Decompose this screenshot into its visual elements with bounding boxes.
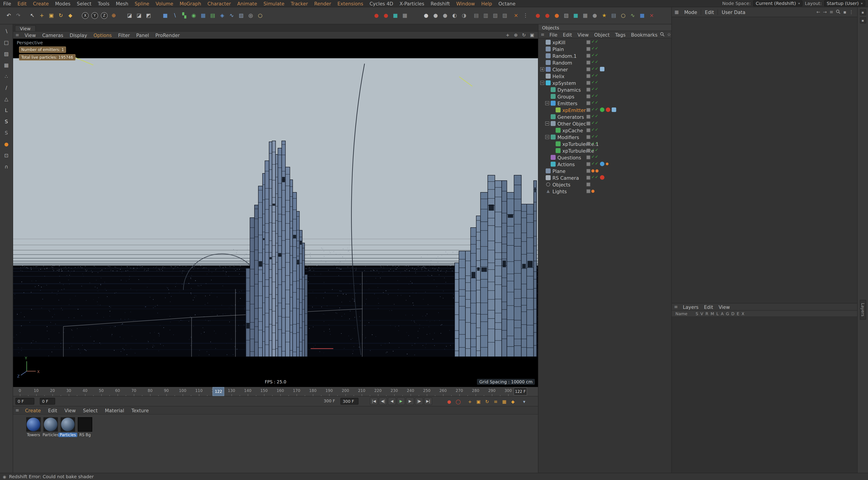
visibility-dot-icon[interactable] [595,169,598,172]
layer-chip[interactable] [586,88,590,92]
object-row-xpturbulence[interactable]: xpTurbulence✓✓ [538,147,671,154]
timeline-ruler[interactable]: 0102030405060708090100110120130140150160… [13,387,538,397]
octane-icon[interactable]: ■ [391,11,400,20]
object-tag-icon[interactable] [612,107,616,112]
object-tag-icon[interactable] [606,163,609,165]
object-tag-icon[interactable] [606,107,610,112]
lock-y-axis-icon[interactable]: Y [91,12,98,19]
record-pla-button[interactable]: ▦ [500,398,508,405]
panel-menu-icon[interactable]: ≡ [13,408,22,413]
add-cube-icon[interactable]: ■ [161,11,169,20]
viewport-camera-label[interactable]: Perspective [17,40,43,45]
back-icon[interactable]: ← [816,9,820,14]
lock-x-axis-icon[interactable]: X [82,12,89,19]
start-frame-field[interactable]: 0 F [16,398,34,405]
enabled-check-icon[interactable]: ✓ [595,175,598,179]
layout-select[interactable]: Startup (User) ▾ [824,0,865,6]
interactive-render-icon[interactable]: ● [381,11,390,20]
menu-simulate[interactable]: Simulate [260,1,287,6]
scale-tool-icon[interactable]: ▣ [47,11,56,20]
object-row-xpcache[interactable]: xpCache✓✓ [538,127,671,134]
enabled-check-icon[interactable]: ✓ [591,73,595,78]
snap-toggle-icon[interactable]: ⊡ [1,150,11,160]
enabled-check-icon[interactable]: ✓ [591,46,595,50]
close-icon[interactable]: × [512,11,520,20]
panel-menu-icon[interactable]: ≡ [538,32,547,37]
objects-menu-view[interactable]: View [575,32,592,37]
viewport-canvas[interactable]: YXZ Perspective Number of emitters: 1Tot… [13,39,538,387]
object-row-groups[interactable]: Groups✓✓ [538,93,671,100]
record-position-button[interactable]: + [466,398,474,405]
camera-icon[interactable]: ◎ [246,11,255,20]
shading-quick-icon[interactable]: ● [431,11,440,20]
objects-menu-file[interactable]: File [547,32,560,37]
node-space-select[interactable]: Current (Redshift) ▾ [753,0,802,6]
menu-mograph[interactable]: MoGraph [176,1,204,6]
plane-icon[interactable]: ▤ [610,11,618,20]
layer-chip[interactable] [586,47,590,51]
go-to-start-button[interactable]: |◀ [370,398,378,405]
enabled-check-icon[interactable]: ✓ [595,60,598,64]
expander-icon[interactable]: − [545,101,549,105]
menu-create[interactable]: Create [30,1,52,6]
deformer-icon[interactable]: ◈ [218,11,226,20]
curve-icon[interactable]: ∿ [628,11,637,20]
menu-x-particles[interactable]: X-Particles [396,1,427,6]
object-row-plain[interactable]: Plain✓✓ [538,45,671,53]
enabled-check-icon[interactable]: ✓ [595,127,598,132]
hud-line[interactable]: Total live particles: 195746 [19,54,75,61]
enabled-check-icon[interactable]: ✓ [591,66,595,71]
polygons-mode-icon[interactable]: △ [1,94,11,104]
previous-frame-button[interactable]: ◀ [388,398,396,405]
zoom-view-icon[interactable]: ⊕ [513,33,519,37]
layer-chip[interactable] [586,155,590,160]
object-tag-icon[interactable] [600,67,604,71]
menu-animate[interactable]: Animate [234,1,260,6]
record-rotation-button[interactable]: ↻ [483,398,491,405]
edges-mode-icon[interactable]: ∕ [1,82,11,93]
filter-display-icon[interactable]: ▤ [472,11,480,20]
filter-options-icon[interactable]: ▥ [482,11,490,20]
enabled-check-icon[interactable]: ✓ [595,121,598,125]
points-mode-icon[interactable]: ∴ [1,71,11,81]
enabled-check-icon[interactable]: ✓ [591,94,595,98]
menu-select[interactable]: Select [74,1,95,6]
material-menu-texture[interactable]: Texture [128,408,152,413]
material-particles[interactable]: Particles [60,417,75,437]
panel-menu-icon[interactable]: ≡ [672,304,680,309]
shading-wireframe-icon[interactable]: ◑ [460,11,468,20]
objects-menu-object[interactable]: Object [591,32,612,37]
paint-tool-icon[interactable]: ● [1,139,11,149]
menu-help[interactable]: Help [478,1,495,6]
layer-chip[interactable] [586,142,590,146]
enabled-check-icon[interactable]: ✓ [595,107,598,111]
layer-chip[interactable] [586,94,590,98]
more-icon[interactable]: ⋮ [521,11,530,20]
enabled-check-icon[interactable]: ✓ [595,134,598,139]
layer-chip[interactable] [586,40,590,44]
volume-icon[interactable]: ▦ [199,11,208,20]
layer-chip[interactable] [586,101,590,105]
layer-chip[interactable] [586,169,590,173]
enabled-check-icon[interactable]: ✓ [595,94,598,98]
objects-menu-tags[interactable]: Tags [612,32,628,37]
dock-handle-icon[interactable]: ▪ [860,9,866,15]
enabled-check-icon[interactable]: ✓ [591,87,595,91]
attr-tab-mode[interactable]: Mode [681,9,701,15]
enabled-check-icon[interactable]: ✓ [595,161,598,166]
light-icon[interactable]: ○ [619,11,627,20]
layer-chip[interactable] [586,122,590,126]
toggle-view-icon[interactable]: ▣ [529,33,535,37]
dock-handle-icon[interactable]: ▪ [860,17,866,24]
cube-blue-icon[interactable]: ■ [638,11,647,20]
fields-icon[interactable]: ▤ [209,11,217,20]
enabled-check-icon[interactable]: ✓ [591,121,595,125]
record-scale-button[interactable]: ▣ [475,398,483,405]
object-row-plane[interactable]: Plane [538,168,671,174]
material-particles[interactable]: Particles [43,417,58,437]
objects-menu-bookmarks[interactable]: Bookmarks [628,32,660,37]
enabled-check-icon[interactable]: ✓ [591,39,595,44]
layers-menu-layers[interactable]: Layers [680,304,702,310]
menu-redshift[interactable]: Redshift [428,1,453,6]
render-picture-viewer-icon[interactable]: ◪ [135,11,143,20]
